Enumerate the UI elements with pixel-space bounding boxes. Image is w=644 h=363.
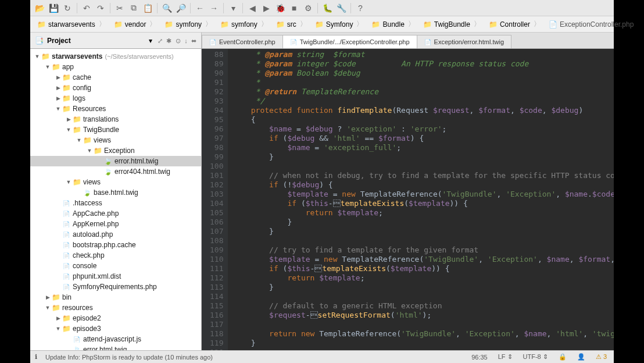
paste-button[interactable]: 📋 <box>142 2 153 14</box>
tree-folder[interactable]: ▼📁TwigBundle <box>30 124 201 135</box>
line-separator[interactable]: LF ⇕ <box>496 353 515 361</box>
lock-icon[interactable]: 🔒 <box>556 353 569 361</box>
editor-tab[interactable]: 📄EventController.php <box>202 35 283 48</box>
breadcrumb-bar: 📁 starwarsevents〉📁 vendor〉📁 symfony〉📁 sy… <box>30 16 614 33</box>
play-left-button[interactable]: ◀ <box>246 2 258 14</box>
tree-file[interactable]: 📄AppKernel.php <box>30 219 201 229</box>
hide-icon[interactable]: ⬌ <box>191 37 196 44</box>
tree-folder[interactable]: ▼📁Exception <box>30 145 201 156</box>
tree-file[interactable]: 🍃error.html.twig <box>30 344 201 350</box>
tree-file[interactable]: 📄console <box>30 261 201 271</box>
cursor-position: 96:35 <box>469 354 490 361</box>
tree-file[interactable]: 📄autoload.php <box>30 229 201 240</box>
save-button[interactable]: 💾 <box>48 2 59 14</box>
tree-folder[interactable]: ▼📁app <box>30 62 201 72</box>
breadcrumb-item[interactable]: 📁 symfony〉 <box>161 18 217 30</box>
play-gear-button[interactable]: ⚙ <box>302 2 314 14</box>
tree-folder[interactable]: ▼📁resources <box>30 302 201 313</box>
tree-file[interactable]: 📄AppCache.php <box>30 208 201 219</box>
warning-count[interactable]: ⚠ 3 <box>593 353 609 361</box>
cut-button[interactable]: ✂ <box>114 2 126 14</box>
debug-button[interactable]: 🐞 <box>274 2 286 14</box>
bug-button[interactable]: 🐛 <box>321 2 333 14</box>
main-toolbar: 📂💾↻↶↷✂⧉📋🔍🔎←→▾◀▶🐞■⚙🐛🔧? <box>30 0 614 16</box>
tree-folder[interactable]: ▶📁translations <box>30 114 201 124</box>
help-button[interactable]: ? <box>355 2 366 14</box>
tree-file[interactable]: 📄bootstrap.php.cache <box>30 240 201 250</box>
stop-button[interactable]: ■ <box>288 2 300 14</box>
search-button[interactable]: 🔍 <box>161 2 173 14</box>
tree-folder[interactable]: ▼📁Resources <box>30 104 201 114</box>
breadcrumb-item[interactable]: 📁 vendor〉 <box>110 18 162 30</box>
project-icon: 📑 <box>35 37 44 45</box>
line-gutter: 8889909192939495969798991001011021031041… <box>202 49 228 350</box>
zoom-button[interactable]: 🔎 <box>175 2 187 14</box>
tree-file[interactable]: 🍃error404.html.twig <box>30 166 201 177</box>
tree-file[interactable]: 📄SymfonyRequirements.php <box>30 282 201 292</box>
folder-open-button[interactable]: 📂 <box>34 2 45 14</box>
tree-folder[interactable]: ▶📁logs <box>30 93 201 104</box>
settings-icon[interactable]: ✱ <box>166 37 171 44</box>
tree-folder[interactable]: ▶📁episode2 <box>30 313 201 323</box>
breadcrumb-item[interactable]: 📁 TwigBundle〉 <box>420 18 485 30</box>
collapse-icon[interactable]: ⤢ <box>158 37 163 44</box>
breadcrumb-item[interactable]: 📄 ExceptionController.php <box>545 19 637 30</box>
breadcrumb-item[interactable]: 📁 src〉 <box>273 18 312 30</box>
tree-folder[interactable]: ▼📁views <box>30 135 201 145</box>
status-message: Update Info: PhpStorm is ready to update… <box>43 354 215 361</box>
project-tree[interactable]: ▼📁starwarsevents(~/Sites/starwarsevents)… <box>30 49 202 350</box>
copy-button[interactable]: ⧉ <box>128 2 139 14</box>
tree-folder[interactable]: ▶📁cache <box>30 72 201 83</box>
dropdown-button[interactable]: ▾ <box>227 2 239 14</box>
forward-button[interactable]: → <box>208 2 220 14</box>
tree-file[interactable]: 🍃base.html.twig <box>30 187 201 198</box>
refresh-button[interactable]: ↻ <box>62 2 73 14</box>
editor-tabs: 📄EventController.php📄TwigBundle/.../Exce… <box>202 33 614 48</box>
editor-tab[interactable]: 📄Exception/error.html.twig <box>417 35 511 48</box>
breadcrumb-item[interactable]: 📁 Symfony〉 <box>312 18 368 30</box>
breadcrumb-item[interactable]: 📁 Controller〉 <box>485 18 545 30</box>
back-button[interactable]: ← <box>194 2 206 14</box>
play-button[interactable]: ▶ <box>260 2 272 14</box>
tree-file[interactable]: 📄attend-javascript.js <box>30 334 201 344</box>
info-icon: ℹ <box>35 353 37 361</box>
tree-folder[interactable]: ▶📁bin <box>30 292 201 302</box>
encoding[interactable]: UTF-8 ⇕ <box>521 353 550 361</box>
inspect-icon[interactable]: 👤 <box>575 353 588 361</box>
tree-file[interactable]: 📄.htaccess <box>30 198 201 208</box>
breadcrumb-item[interactable]: 📁 Bundle〉 <box>368 18 419 30</box>
code-editor[interactable]: 8889909192939495969798991001011021031041… <box>202 49 614 350</box>
tree-folder[interactable]: ▶📁config <box>30 83 201 93</box>
tree-file[interactable]: 📄check.php <box>30 250 201 261</box>
project-panel-header: 📑 Project ▾ ⤢ ✱ ⊙ ↓ ⬌ <box>30 33 202 48</box>
tree-folder[interactable]: ▼📁episode3 <box>30 323 201 334</box>
settings-button[interactable]: 🔧 <box>335 2 347 14</box>
undo-button[interactable]: ↶ <box>81 2 92 14</box>
gear-icon[interactable]: ↓ <box>184 37 188 44</box>
breadcrumb-item[interactable]: 📁 symfony〉 <box>217 18 273 30</box>
status-bar: ℹ Update Info: PhpStorm is ready to upda… <box>30 350 614 363</box>
locate-icon[interactable]: ⊙ <box>176 37 181 44</box>
editor-tab[interactable]: 📄TwigBundle/.../ExceptionController.php <box>282 35 417 48</box>
tree-file[interactable]: 📄phpunit.xml.dist <box>30 271 201 282</box>
tree-folder[interactable]: ▼📁starwarsevents(~/Sites/starwarsevents) <box>30 51 201 62</box>
redo-button[interactable]: ↷ <box>95 2 106 14</box>
tree-folder[interactable]: ▼📁views <box>30 177 201 187</box>
tree-file[interactable]: 🍃error.html.twig <box>30 156 201 166</box>
breadcrumb-item[interactable]: 📁 starwarsevents〉 <box>34 18 110 30</box>
code-area[interactable]: * @param string $format * @param integer… <box>228 49 614 350</box>
project-title: Project <box>47 37 145 45</box>
